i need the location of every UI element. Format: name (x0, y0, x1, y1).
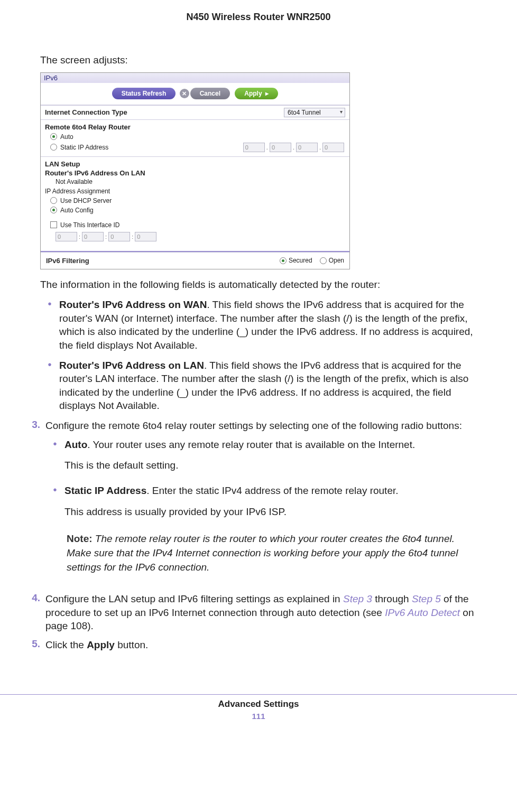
footer-section-title: Advanced Settings (0, 699, 517, 710)
link-step3[interactable]: Step 3 (343, 593, 372, 604)
use-dhcp-label: Use DHCP Server (60, 197, 112, 204)
screenshot-title: IPv6 (41, 73, 349, 83)
filter-secured-label: Secured (289, 257, 312, 264)
bullet-icon: • (40, 359, 59, 413)
step-number-5: 5. (19, 638, 45, 652)
screenshot-toolbar: Status Refresh ✕Cancel Apply ▸ (41, 83, 349, 105)
interface-id-inputs[interactable]: 0: 0: 0: 0 (41, 230, 349, 248)
step-5-text: Click the Apply button. (45, 638, 480, 652)
bullet-icon: • (45, 484, 64, 526)
router-ipv6-lan-label: Router's IPv6 Address On LAN (41, 169, 349, 177)
settings-screenshot: IPv6 Status Refresh ✕Cancel Apply ▸ Inte… (40, 72, 350, 269)
link-step5[interactable]: Step 5 (412, 593, 441, 604)
conn-type-select[interactable]: 6to4 Tunnel (284, 108, 345, 117)
link-ipv6-auto-detect[interactable]: IPv6 Auto Detect (385, 607, 460, 618)
static-ip-inputs[interactable]: 0. 0. 0. 0 (243, 143, 344, 152)
lan-section-title: LAN Setup (41, 156, 349, 169)
relay-auto-radio[interactable] (50, 133, 57, 140)
filter-secured-radio[interactable] (280, 257, 287, 264)
bullet-icon: • (40, 298, 59, 352)
note-block: Note: The remote relay router is the rou… (67, 532, 468, 574)
relay-auto-label: Auto (60, 133, 73, 141)
cancel-button[interactable]: Cancel (190, 88, 230, 99)
filter-open-radio[interactable] (320, 257, 327, 264)
relay-static-radio[interactable] (50, 144, 57, 151)
step-number-4: 4. (19, 592, 45, 633)
close-icon[interactable]: ✕ (180, 89, 189, 98)
relay-static-label: Static IP Address (60, 144, 108, 151)
filter-open-label: Open (329, 257, 344, 264)
sub-bullet-auto: Auto. Your router uses any remote relay … (64, 438, 480, 480)
step-4-text: Configure the LAN setup and IPv6 filteri… (45, 592, 480, 633)
relay-section-title: Remote 6to4 Relay Router (41, 119, 349, 132)
footer-page-number: 111 (0, 712, 517, 721)
use-interface-id-label: Use This Interface ID (60, 221, 120, 229)
auto-config-radio[interactable] (50, 207, 57, 213)
step-3-text: Configure the remote 6to4 relay router s… (45, 420, 462, 431)
use-interface-id-checkbox[interactable] (50, 221, 57, 228)
apply-button[interactable]: Apply ▸ (235, 88, 278, 99)
sub-bullet-static: Static IP Address. Enter the static IPv4… (64, 484, 480, 526)
bullet-lan: Router's IPv6 Address on LAN. This field… (59, 359, 480, 413)
page-header-title: N450 Wireless Router WNR2500 (37, 12, 480, 23)
auto-detect-line: The information in the following fields … (40, 279, 477, 291)
status-refresh-button[interactable]: Status Refresh (112, 88, 176, 99)
intro-text: The screen adjusts: (40, 54, 480, 66)
bullet-wan: Router's IPv6 Address on WAN. This field… (59, 298, 480, 352)
conn-type-label: Internet Connection Type (45, 108, 127, 116)
bullet-icon: • (45, 438, 64, 480)
step-number-3: 3. (19, 419, 45, 587)
router-ipv6-lan-value: Not Available (41, 177, 349, 186)
ip-assignment-label: IP Address Assignment (41, 186, 349, 196)
ipv6-filtering-label: IPv6 Filtering (46, 257, 89, 265)
auto-config-label: Auto Config (60, 207, 94, 214)
use-dhcp-radio[interactable] (50, 197, 57, 204)
